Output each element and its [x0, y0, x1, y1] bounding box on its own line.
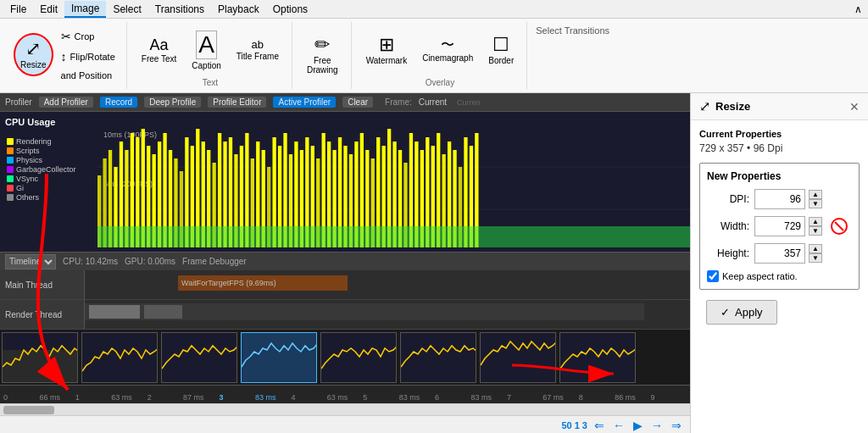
prev-button[interactable]: ← — [611, 419, 626, 432]
ribbon-overlay-buttons: ⊞ Watermark 〜 Cinemagraph ☐ Border — [360, 24, 520, 76]
filmstrip-thumb-4[interactable] — [320, 332, 397, 383]
legend-physics: Physics — [7, 156, 76, 164]
height-input[interactable] — [754, 243, 805, 264]
width-input[interactable] — [754, 216, 805, 236]
menu-transitions[interactable]: Transitions — [148, 2, 211, 17]
thumb-chart-0 — [3, 333, 78, 383]
and-position-button[interactable]: and Position — [57, 68, 120, 83]
main-thread-content: WaitForTargetFPS (9.69ms) — [85, 270, 690, 299]
width-down-button[interactable]: ▼ — [809, 226, 822, 236]
ruler-83ms-3: 83 ms — [470, 393, 506, 402]
menu-options[interactable]: Options — [266, 2, 314, 17]
profiler-bar: Profiler Add Profiler Record Deep Profil… — [0, 93, 690, 112]
main-thread-label: Main Thread — [0, 270, 85, 299]
overlay-group-label: Overlay — [426, 76, 454, 87]
filmstrip-thumb-7[interactable] — [559, 332, 636, 383]
menu-select[interactable]: Select — [106, 2, 147, 17]
thumb-chart-4 — [321, 333, 397, 383]
ruler-2: 2 — [147, 393, 183, 402]
scroll-thumb[interactable] — [3, 406, 54, 414]
apply-label: Apply — [735, 306, 763, 319]
ruler-86ms: 86 ms — [615, 393, 650, 402]
chart-legend: Rendering Scripts Physics GarbageCollect… — [7, 137, 76, 202]
flip-rotate-button[interactable]: ↕ Flip/Rotate — [57, 47, 120, 66]
cinemagraph-button[interactable]: 〜 Cinemagraph — [416, 34, 479, 67]
current-props-label: Current Properties — [699, 129, 860, 139]
filmstrip-thumb-5[interactable] — [400, 332, 476, 383]
title-frame-button[interactable]: ab Title Frame — [231, 35, 285, 65]
ruler-63ms: 63 ms — [111, 393, 147, 402]
ribbon-drawing-buttons: ✏ FreeDrawing — [301, 24, 344, 86]
filmstrip-thumb-6[interactable] — [480, 332, 556, 383]
thumb-chart-5 — [401, 333, 476, 383]
filmstrip-thumb-2[interactable] — [161, 332, 237, 383]
next-button[interactable]: → — [649, 419, 665, 432]
legend-vsync: VSync — [7, 175, 76, 183]
watermark-button[interactable]: ⊞ Watermark — [360, 31, 414, 69]
flip-rotate-icon: ↕ — [61, 50, 67, 64]
play-button[interactable]: ▶ — [632, 419, 644, 432]
dpi-up-button[interactable]: ▲ — [809, 190, 822, 199]
resize-panel-close-button[interactable]: ✕ — [849, 100, 860, 114]
crop-button[interactable]: ✂ Crop — [57, 27, 120, 46]
dpi-input[interactable] — [754, 189, 805, 209]
filmstrip-thumb-1[interactable] — [81, 332, 158, 383]
height-down-button[interactable]: ▼ — [809, 253, 822, 263]
deep-profile-button[interactable]: Deep Profile — [144, 97, 201, 108]
ruler-5: 5 — [363, 393, 398, 402]
width-up-button[interactable]: ▲ — [809, 217, 822, 226]
menu-edit[interactable]: Edit — [33, 2, 64, 17]
clear-button[interactable]: Clear — [342, 97, 373, 108]
ribbon-transform-buttons: ⤢ Resize ✂ Crop ↕ Flip/Rotate and Positi… — [14, 24, 120, 86]
add-profiler-button[interactable]: Add Profiler — [39, 97, 93, 108]
frame-value: Current — [419, 97, 447, 107]
height-row: Height: ▲ ▼ — [707, 243, 852, 264]
ruler-6: 6 — [435, 393, 470, 402]
dpi-down-button[interactable]: ▼ — [809, 199, 822, 208]
wait-bar-label: WaitForTargetFPS (9.69ms) — [181, 279, 276, 287]
chart-container: CPU Usage Rendering Scripts Physics Garb… — [0, 112, 690, 252]
render-thread-chart — [85, 300, 690, 329]
aspect-ratio-checkbox[interactable] — [707, 270, 719, 282]
aspect-ratio-label: Keep aspect ratio. — [722, 271, 798, 281]
prev-prev-button[interactable]: ⇐ — [593, 419, 606, 432]
caption-icon: A — [196, 31, 217, 59]
record-button[interactable]: Record — [100, 97, 137, 108]
free-drawing-button[interactable]: ✏ FreeDrawing — [301, 31, 344, 79]
ruler-8: 8 — [579, 393, 615, 402]
cinemagraph-label: Cinemagraph — [422, 53, 473, 63]
free-text-button[interactable]: Aa Free Text — [136, 33, 183, 68]
resize-panel-icon: ⤢ — [699, 98, 710, 114]
active-profiler-button[interactable]: Active Profiler — [273, 97, 336, 108]
svg-rect-77 — [3, 350, 78, 383]
flip-rotate-label: Flip/Rotate — [70, 52, 115, 62]
legend-color-physics — [7, 157, 14, 164]
svg-rect-72 — [97, 226, 690, 247]
filmstrip — [0, 330, 690, 385]
menu-image[interactable]: Image — [64, 1, 106, 18]
render-thread-content — [85, 300, 690, 329]
svg-rect-84 — [560, 333, 636, 383]
cinemagraph-icon: 〜 — [441, 38, 454, 52]
border-button[interactable]: ☐ Border — [482, 31, 520, 69]
height-up-button[interactable]: ▲ — [809, 244, 822, 253]
profile-editor-button[interactable]: Profile Editor — [208, 97, 266, 108]
apply-button[interactable]: ✓ Apply — [706, 300, 777, 325]
legend-others: Others — [7, 193, 76, 202]
caption-button[interactable]: A Caption — [186, 26, 226, 75]
filmstrip-thumb-0[interactable] — [2, 332, 78, 383]
menu-playback[interactable]: Playback — [211, 2, 266, 17]
timeline-select[interactable]: Timeline — [5, 254, 56, 269]
window-close-icon[interactable]: ∧ — [851, 3, 865, 16]
resize-button[interactable]: ⤢ Resize — [14, 33, 53, 76]
ruler-1: 1 — [75, 393, 111, 402]
bottom-scrollbar[interactable] — [0, 403, 690, 415]
ruler-7: 7 — [507, 393, 542, 402]
dpi-spin-buttons: ▲ ▼ — [809, 190, 822, 208]
title-frame-icon: ab — [252, 39, 264, 50]
next-next-button[interactable]: ⇒ — [670, 419, 683, 432]
current-props-section: Current Properties 729 x 357 • 96 Dpi — [699, 129, 860, 154]
filmstrip-thumb-3[interactable] — [241, 332, 317, 383]
ribbon-group-overlay: ⊞ Watermark 〜 Cinemagraph ☐ Border Overl… — [353, 22, 528, 89]
menu-file[interactable]: File — [3, 2, 33, 17]
